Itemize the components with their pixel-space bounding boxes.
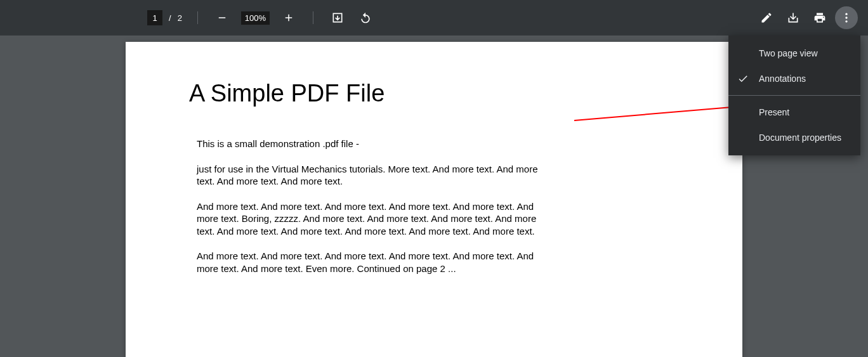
zoom-in-button[interactable] — [277, 6, 300, 29]
svg-rect-2 — [288, 15, 289, 22]
pdf-page: A Simple PDF File This is a small demons… — [126, 42, 742, 357]
more-options-button[interactable] — [835, 6, 858, 29]
print-icon — [813, 11, 826, 24]
menu-divider — [728, 95, 860, 96]
document-paragraph: This is a small demonstration .pdf file … — [197, 138, 539, 150]
svg-point-4 — [845, 13, 847, 15]
rotate-icon — [359, 11, 372, 24]
plus-icon — [283, 12, 294, 23]
edit-button[interactable] — [755, 6, 778, 29]
rotate-button[interactable] — [354, 6, 377, 29]
menu-item-label: Annotations — [759, 74, 806, 84]
check-icon — [737, 73, 749, 84]
toolbar-center-group: / 2 100% — [147, 6, 377, 29]
menu-item-two-page-view[interactable]: Two page view — [728, 41, 860, 66]
svg-point-6 — [845, 20, 847, 22]
download-button[interactable] — [782, 6, 805, 29]
page-number-input[interactable] — [147, 10, 162, 25]
more-vert-icon — [840, 11, 853, 24]
fit-page-icon — [331, 11, 344, 24]
document-paragraph: And more text. And more text. And more t… — [197, 250, 539, 275]
menu-item-label: Document properties — [759, 133, 841, 143]
toolbar-right-group — [755, 6, 858, 29]
fit-page-button[interactable] — [326, 6, 349, 29]
document-paragraph: just for use in the Virtual Mechanics tu… — [197, 163, 539, 188]
menu-item-present[interactable]: Present — [728, 100, 860, 125]
svg-rect-0 — [219, 17, 226, 18]
pencil-icon — [760, 11, 773, 24]
menu-item-label: Present — [759, 107, 789, 117]
print-button[interactable] — [808, 6, 831, 29]
page-separator: / — [169, 13, 171, 23]
menu-item-document-properties[interactable]: Document properties — [728, 125, 860, 150]
minus-icon — [216, 12, 228, 23]
page-total: 2 — [178, 13, 182, 23]
document-paragraph: And more text. And more text. And more t… — [197, 200, 539, 238]
menu-item-label: Two page view — [759, 48, 818, 58]
toolbar-divider — [313, 11, 313, 24]
zoom-out-button[interactable] — [211, 6, 233, 29]
more-options-menu: Two page view Annotations Present Docume… — [728, 36, 860, 155]
toolbar-divider — [197, 11, 198, 24]
menu-item-annotations[interactable]: Annotations — [728, 66, 860, 91]
download-icon — [787, 11, 799, 24]
document-title: A Simple PDF File — [189, 80, 679, 107]
zoom-level-display[interactable]: 100% — [241, 11, 270, 25]
pdf-toolbar: / 2 100% — [0, 0, 868, 36]
svg-point-5 — [845, 16, 847, 18]
